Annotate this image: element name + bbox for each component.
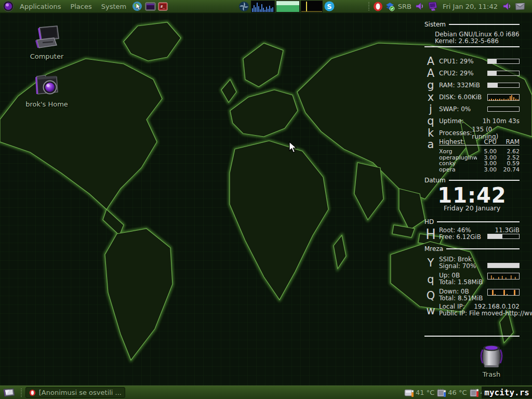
- board-temp-icon: [469, 388, 480, 398]
- cpu2-row: CPU2: 29%: [439, 69, 520, 77]
- display-tray-icon[interactable]: [427, 1, 438, 11]
- root-terminal-launcher-icon[interactable]: #_: [158, 2, 168, 11]
- cpu1-bar: [487, 59, 520, 64]
- cpu1-label: CPU1: 29%: [439, 58, 487, 65]
- proc-name: opera: [439, 167, 477, 173]
- mreza-header: Mreza: [424, 245, 443, 252]
- conky-clock: 11:42: [424, 185, 520, 206]
- swap-glyph: j: [424, 104, 437, 115]
- ram-glyph: g: [424, 80, 437, 91]
- hd-root-label: Root: 46%: [439, 227, 471, 234]
- disk-label: DISK: 6.00KiB: [439, 94, 487, 101]
- cpu1-row: CPU1: 29%: [439, 57, 520, 65]
- highest-label: Highest:: [439, 138, 477, 145]
- cpu-temp[interactable]: 46 °C: [436, 388, 467, 398]
- sistem-header: Sistem: [424, 21, 446, 28]
- desktop-icon-home[interactable]: brok's Home: [22, 71, 72, 108]
- disk-io-graph: [487, 94, 520, 101]
- disk-row: DISK: 6.00KiB: [439, 93, 520, 101]
- taskbar-window-button[interactable]: [Anonimusi se osvetili ...: [25, 387, 125, 398]
- menu-places[interactable]: Places: [65, 0, 96, 12]
- cpu-temp-icon: [436, 388, 447, 398]
- mouse-cursor: [289, 141, 299, 154]
- proc-name: conky: [439, 161, 477, 167]
- processes-row: Processes: 135 (0 running): [439, 129, 520, 137]
- wifi-glyph: Y: [424, 258, 437, 269]
- dropbox-tray-icon[interactable]: [385, 2, 395, 11]
- proc-cpu: 3.00: [477, 167, 497, 173]
- conky-section-mreza: Mreza: [424, 245, 520, 252]
- hd-bar: [487, 234, 520, 239]
- uptime-value: 1h 10m 43s: [483, 117, 520, 125]
- memory-usage-applet[interactable]: [276, 1, 300, 12]
- desktop-icon-home-label: brok's Home: [22, 100, 72, 108]
- volume-tray-icon-2[interactable]: [502, 1, 512, 11]
- processes-label: Processes:: [439, 129, 472, 137]
- hdd-temp-value: 41 °C: [416, 389, 434, 396]
- show-desktop-button-icon[interactable]: [3, 388, 16, 398]
- svg-text:S: S: [327, 3, 331, 10]
- col-ram: RAM: [497, 138, 520, 145]
- col-cpu: CPU: [477, 138, 497, 145]
- menu-applications[interactable]: Applications: [15, 0, 65, 12]
- cpu-temp-value: 46 °C: [448, 389, 467, 396]
- keyboard-layout-indicator[interactable]: SRB: [396, 0, 414, 12]
- cpu-history-applet[interactable]: [251, 1, 275, 12]
- highest-glyph: a: [424, 139, 437, 150]
- os-version: Debian GNU/Linux 6.0 i686: [435, 31, 520, 38]
- opera-window-icon: [29, 389, 36, 397]
- uptime-glyph: q: [424, 116, 437, 127]
- mail-tray-icon[interactable]: [514, 2, 526, 11]
- network-history-applet[interactable]: [301, 1, 323, 12]
- local-ip-value: 192.168.0.102: [474, 303, 520, 310]
- process-table: Xorg 5.00 2.62 operapluginwrap 3.00 2.52…: [439, 149, 520, 172]
- conky-monitor: Sistem Debian GNU/Linux 6.0 i686 Kernel:…: [424, 21, 520, 353]
- proc-name: Xorg: [439, 149, 477, 155]
- upload-total: Total: 1.58MiB: [439, 278, 483, 286]
- opera-tray-icon[interactable]: [373, 2, 383, 11]
- svg-text:#_: #_: [161, 5, 165, 9]
- proc-ram: 0.59: [497, 161, 520, 167]
- table-row: Xorg 5.00 2.62: [439, 149, 520, 155]
- divider: [424, 336, 520, 337]
- computer-icon: [33, 24, 60, 51]
- conky-section-datum: Datum: [424, 177, 520, 184]
- download-total: Total: 8.51MiB: [439, 295, 483, 302]
- menu-system[interactable]: System: [97, 0, 131, 12]
- top-panel-right: SRB Fri Jan 20, 11:42: [366, 0, 527, 12]
- web-browser-launcher-icon[interactable]: [132, 1, 143, 12]
- hd-glyph: H: [424, 228, 437, 241]
- highest-header: Highest: CPU RAM: [439, 138, 520, 145]
- ram-row: RAM: 332MiB: [439, 81, 520, 89]
- volume-tray-icon[interactable]: [415, 1, 425, 11]
- hdd-temp[interactable]: 41 °C: [404, 388, 434, 398]
- conky-section-sistem: Sistem: [424, 21, 520, 28]
- panel-separator[interactable]: [368, 2, 370, 10]
- skype-tray-icon[interactable]: S: [324, 1, 335, 11]
- shutter-applet-icon[interactable]: [238, 1, 249, 12]
- top-panel: Applications Places System: [0, 0, 532, 13]
- conky-date: Friday 20 January: [424, 204, 520, 212]
- watermark: mycity.rs: [482, 387, 532, 398]
- main-menu-orb-icon[interactable]: [3, 1, 14, 12]
- desktop-screen: Computer brok's Home: [0, 0, 532, 399]
- download-rate: Down: 0B: [439, 288, 469, 295]
- terminal-launcher-icon[interactable]: [145, 1, 156, 12]
- cpu2-glyph: A: [424, 68, 437, 79]
- panel-clock[interactable]: Fri Jan 20, 11:42: [443, 3, 498, 10]
- proc-ram: 20.74: [497, 167, 520, 173]
- swap-bar: [487, 107, 520, 112]
- panel-separator[interactable]: [20, 389, 22, 397]
- home-folder-icon: [33, 71, 61, 99]
- bottom-panel: [Anonimusi se osvetili ... 41 °C: [0, 385, 532, 399]
- wallpaper: Computer brok's Home: [0, 13, 532, 385]
- processes-glyph: k: [424, 128, 437, 139]
- proc-name: operapluginwrap: [439, 155, 477, 161]
- top-panel-left: Applications Places System: [2, 0, 169, 12]
- datum-header: Datum: [424, 177, 446, 184]
- cpu2-bar: [487, 71, 520, 76]
- upload-glyph: q: [424, 274, 437, 285]
- download-glyph: Q: [424, 290, 437, 301]
- desktop-icon-computer[interactable]: Computer: [22, 24, 72, 60]
- ip-glyph: w: [424, 305, 437, 316]
